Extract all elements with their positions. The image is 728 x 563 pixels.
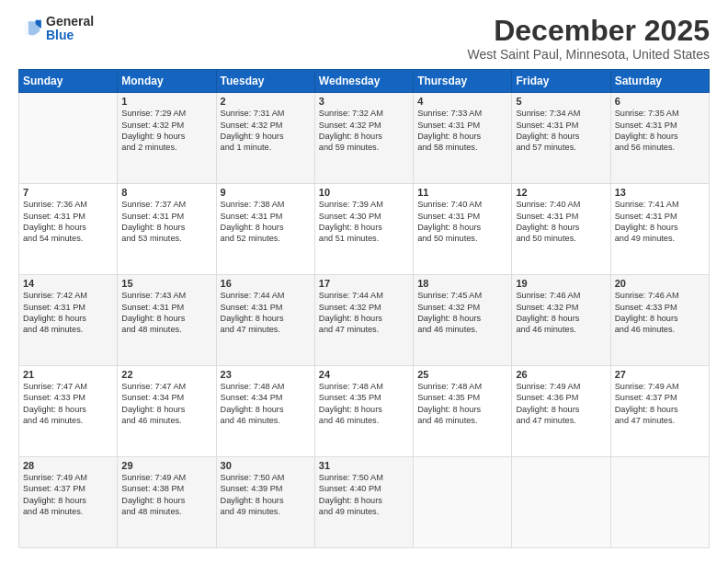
day-info: Sunrise: 7:46 AMSunset: 4:32 PMDaylight:… <box>516 290 606 336</box>
calendar-cell: 30Sunrise: 7:50 AMSunset: 4:39 PMDayligh… <box>216 457 314 548</box>
title-block: December 2025 West Saint Paul, Minnesota… <box>467 15 710 62</box>
calendar-cell <box>610 457 709 548</box>
day-info: Sunrise: 7:48 AMSunset: 4:34 PMDaylight:… <box>221 381 311 427</box>
calendar-header-row: Sunday Monday Tuesday Wednesday Thursday… <box>19 70 710 93</box>
week-row-1: 1Sunrise: 7:29 AMSunset: 4:32 PMDaylight… <box>19 93 710 184</box>
day-info: Sunrise: 7:49 AMSunset: 4:36 PMDaylight:… <box>516 381 606 427</box>
day-number: 7 <box>23 187 113 198</box>
day-info: Sunrise: 7:40 AMSunset: 4:31 PMDaylight:… <box>516 199 606 245</box>
calendar-cell: 4Sunrise: 7:33 AMSunset: 4:31 PMDaylight… <box>414 93 512 184</box>
day-number: 10 <box>319 187 409 198</box>
calendar-cell: 3Sunrise: 7:32 AMSunset: 4:32 PMDaylight… <box>314 93 413 184</box>
day-number: 17 <box>319 278 409 289</box>
calendar-cell: 31Sunrise: 7:50 AMSunset: 4:40 PMDayligh… <box>314 457 413 548</box>
week-row-2: 7Sunrise: 7:36 AMSunset: 4:31 PMDaylight… <box>19 184 710 275</box>
day-number: 16 <box>221 278 311 289</box>
day-info: Sunrise: 7:50 AMSunset: 4:40 PMDaylight:… <box>319 472 409 518</box>
location: West Saint Paul, Minnesota, United State… <box>467 47 710 62</box>
day-number: 6 <box>615 96 705 107</box>
calendar-cell: 25Sunrise: 7:48 AMSunset: 4:35 PMDayligh… <box>414 366 512 457</box>
calendar-cell: 22Sunrise: 7:47 AMSunset: 4:34 PMDayligh… <box>118 366 216 457</box>
day-info: Sunrise: 7:34 AMSunset: 4:31 PMDaylight:… <box>516 108 606 154</box>
col-thursday: Thursday <box>414 70 512 93</box>
calendar-cell: 12Sunrise: 7:40 AMSunset: 4:31 PMDayligh… <box>512 184 610 275</box>
day-info: Sunrise: 7:48 AMSunset: 4:35 PMDaylight:… <box>319 381 409 427</box>
day-info: Sunrise: 7:44 AMSunset: 4:32 PMDaylight:… <box>319 290 409 336</box>
month-title: December 2025 <box>467 15 710 47</box>
header: General Blue December 2025 West Saint Pa… <box>18 15 710 62</box>
col-sunday: Sunday <box>19 70 118 93</box>
calendar-cell: 10Sunrise: 7:39 AMSunset: 4:30 PMDayligh… <box>314 184 413 275</box>
day-info: Sunrise: 7:41 AMSunset: 4:31 PMDaylight:… <box>615 199 705 245</box>
calendar-cell: 19Sunrise: 7:46 AMSunset: 4:32 PMDayligh… <box>512 275 610 366</box>
page: General Blue December 2025 West Saint Pa… <box>0 0 728 563</box>
day-number: 27 <box>615 369 705 380</box>
calendar-table: Sunday Monday Tuesday Wednesday Thursday… <box>18 69 710 548</box>
day-info: Sunrise: 7:39 AMSunset: 4:30 PMDaylight:… <box>319 199 409 245</box>
day-info: Sunrise: 7:45 AMSunset: 4:32 PMDaylight:… <box>417 290 507 336</box>
day-number: 14 <box>23 278 113 289</box>
day-number: 20 <box>615 278 705 289</box>
day-info: Sunrise: 7:40 AMSunset: 4:31 PMDaylight:… <box>417 199 507 245</box>
week-row-4: 21Sunrise: 7:47 AMSunset: 4:33 PMDayligh… <box>19 366 710 457</box>
calendar-cell: 1Sunrise: 7:29 AMSunset: 4:32 PMDaylight… <box>118 93 216 184</box>
day-info: Sunrise: 7:50 AMSunset: 4:39 PMDaylight:… <box>221 472 311 518</box>
day-info: Sunrise: 7:47 AMSunset: 4:33 PMDaylight:… <box>23 381 113 427</box>
day-info: Sunrise: 7:46 AMSunset: 4:33 PMDaylight:… <box>615 290 705 336</box>
day-number: 28 <box>23 460 113 471</box>
logo: General Blue <box>18 15 94 43</box>
day-info: Sunrise: 7:31 AMSunset: 4:32 PMDaylight:… <box>221 108 311 154</box>
day-number: 11 <box>417 187 507 198</box>
calendar-cell: 15Sunrise: 7:43 AMSunset: 4:31 PMDayligh… <box>118 275 216 366</box>
calendar-cell: 5Sunrise: 7:34 AMSunset: 4:31 PMDaylight… <box>512 93 610 184</box>
day-number: 21 <box>23 369 113 380</box>
col-monday: Monday <box>118 70 216 93</box>
day-number: 25 <box>417 369 507 380</box>
day-number: 8 <box>121 187 211 198</box>
day-number: 22 <box>121 369 211 380</box>
day-info: Sunrise: 7:44 AMSunset: 4:31 PMDaylight:… <box>221 290 311 336</box>
logo-icon <box>18 16 44 41</box>
day-number: 24 <box>319 369 409 380</box>
day-info: Sunrise: 7:42 AMSunset: 4:31 PMDaylight:… <box>23 290 113 336</box>
logo-blue-text: Blue <box>46 29 94 42</box>
day-info: Sunrise: 7:33 AMSunset: 4:31 PMDaylight:… <box>417 108 507 154</box>
calendar-cell <box>19 93 118 184</box>
day-info: Sunrise: 7:32 AMSunset: 4:32 PMDaylight:… <box>319 108 409 154</box>
calendar-cell: 13Sunrise: 7:41 AMSunset: 4:31 PMDayligh… <box>610 184 709 275</box>
calendar-cell: 9Sunrise: 7:38 AMSunset: 4:31 PMDaylight… <box>216 184 314 275</box>
col-tuesday: Tuesday <box>216 70 314 93</box>
week-row-3: 14Sunrise: 7:42 AMSunset: 4:31 PMDayligh… <box>19 275 710 366</box>
calendar-cell: 11Sunrise: 7:40 AMSunset: 4:31 PMDayligh… <box>414 184 512 275</box>
day-number: 13 <box>615 187 705 198</box>
col-saturday: Saturday <box>610 70 709 93</box>
day-info: Sunrise: 7:36 AMSunset: 4:31 PMDaylight:… <box>23 199 113 245</box>
day-number: 23 <box>221 369 311 380</box>
day-number: 9 <box>221 187 311 198</box>
day-info: Sunrise: 7:43 AMSunset: 4:31 PMDaylight:… <box>121 290 211 336</box>
day-info: Sunrise: 7:49 AMSunset: 4:38 PMDaylight:… <box>121 472 211 518</box>
calendar-cell: 16Sunrise: 7:44 AMSunset: 4:31 PMDayligh… <box>216 275 314 366</box>
day-info: Sunrise: 7:49 AMSunset: 4:37 PMDaylight:… <box>23 472 113 518</box>
day-number: 5 <box>516 96 606 107</box>
calendar-cell <box>512 457 610 548</box>
day-number: 31 <box>319 460 409 471</box>
calendar-cell: 20Sunrise: 7:46 AMSunset: 4:33 PMDayligh… <box>610 275 709 366</box>
day-info: Sunrise: 7:48 AMSunset: 4:35 PMDaylight:… <box>417 381 507 427</box>
calendar-cell: 18Sunrise: 7:45 AMSunset: 4:32 PMDayligh… <box>414 275 512 366</box>
day-info: Sunrise: 7:47 AMSunset: 4:34 PMDaylight:… <box>121 381 211 427</box>
day-number: 19 <box>516 278 606 289</box>
calendar-cell: 17Sunrise: 7:44 AMSunset: 4:32 PMDayligh… <box>314 275 413 366</box>
calendar-cell: 27Sunrise: 7:49 AMSunset: 4:37 PMDayligh… <box>610 366 709 457</box>
calendar-cell: 28Sunrise: 7:49 AMSunset: 4:37 PMDayligh… <box>19 457 118 548</box>
day-number: 15 <box>121 278 211 289</box>
week-row-5: 28Sunrise: 7:49 AMSunset: 4:37 PMDayligh… <box>19 457 710 548</box>
day-info: Sunrise: 7:38 AMSunset: 4:31 PMDaylight:… <box>221 199 311 245</box>
day-info: Sunrise: 7:35 AMSunset: 4:31 PMDaylight:… <box>615 108 705 154</box>
day-number: 18 <box>417 278 507 289</box>
logo-text: General Blue <box>46 15 94 43</box>
day-info: Sunrise: 7:49 AMSunset: 4:37 PMDaylight:… <box>615 381 705 427</box>
calendar-cell: 23Sunrise: 7:48 AMSunset: 4:34 PMDayligh… <box>216 366 314 457</box>
calendar-cell: 26Sunrise: 7:49 AMSunset: 4:36 PMDayligh… <box>512 366 610 457</box>
day-number: 30 <box>221 460 311 471</box>
